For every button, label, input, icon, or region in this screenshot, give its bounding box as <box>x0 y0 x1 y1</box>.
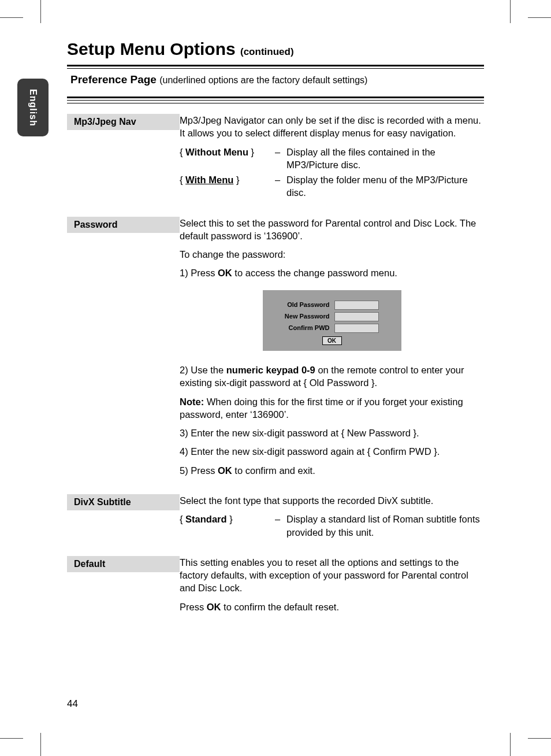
password-step2: 2) Use the numeric keypad 0-9 on the rem… <box>180 364 484 390</box>
language-tab-label: English <box>28 89 38 127</box>
page-title-main: Setup Menu Options <box>67 39 236 58</box>
mp3-opt2-name: With Menu <box>185 175 233 185</box>
page-title: Setup Menu Options (continued) <box>67 39 484 59</box>
password-step1: 1) Press OK to access the change passwor… <box>180 266 484 279</box>
mp3-opt1-desc: Display all the files contained in the M… <box>286 146 484 174</box>
mp3-intro: Mp3/Jpeg Navigator can only be set if th… <box>180 114 484 140</box>
preference-header: Preference Page (underlined options are … <box>67 71 484 91</box>
password-dialog: Old Password New Password Confirm PWD OK <box>263 290 401 351</box>
divx-opt-desc: Display a standard list of Roman subtitl… <box>286 513 484 541</box>
preference-header-note: (underlined options are the factory defa… <box>159 75 367 85</box>
password-step3: 3) Enter the new six-digit password at {… <box>180 427 484 439</box>
pwd-confirm-field <box>334 324 379 333</box>
password-step4: 4) Enter the new six-digit password agai… <box>180 445 484 458</box>
default-press: Press OK to confirm the default reset. <box>180 601 484 613</box>
divx-intro: Select the font type that supports the r… <box>180 494 484 507</box>
row-default: Default This setting enables you to rese… <box>67 556 484 619</box>
pwd-confirm-label: Confirm PWD <box>272 324 334 332</box>
label-password: Password <box>67 217 180 233</box>
pwd-new-label: New Password <box>272 312 334 321</box>
password-note: Note: When doing this for the first time… <box>180 395 484 421</box>
pwd-old-field <box>334 301 379 310</box>
row-mp3-nav: Mp3/Jpeg Nav Mp3/Jpeg Navigator can only… <box>67 114 484 205</box>
page-number: 44 <box>67 698 78 710</box>
label-mp3-nav: Mp3/Jpeg Nav <box>67 114 180 130</box>
rule-top <box>67 65 484 69</box>
password-intro: Select this to set the password for Pare… <box>180 217 484 243</box>
row-password: Password Select this to set the password… <box>67 217 484 483</box>
divx-opt-name: Standard <box>185 514 227 524</box>
row-divx: DivX Subtitle Select the font type that … <box>67 494 484 544</box>
mp3-opt1-name: Without Menu <box>185 147 248 157</box>
rule-mid <box>67 97 484 101</box>
mp3-opt2-desc: Display the folder menu of the MP3/Pictu… <box>286 173 484 202</box>
password-to-change: To change the password: <box>180 248 484 261</box>
pwd-ok-button: OK <box>322 336 342 346</box>
default-intro: This setting enables you to reset all th… <box>180 556 484 595</box>
pwd-old-label: Old Password <box>272 301 334 309</box>
label-default: Default <box>67 556 180 572</box>
preference-header-bold: Preference Page <box>70 73 157 86</box>
rule-under <box>67 103 484 103</box>
pwd-new-field <box>334 312 379 321</box>
page-title-sub: (continued) <box>240 46 294 57</box>
password-step5: 5) Press OK to confirm and exit. <box>180 464 484 477</box>
label-divx: DivX Subtitle <box>67 494 180 510</box>
language-tab: English <box>17 79 49 136</box>
